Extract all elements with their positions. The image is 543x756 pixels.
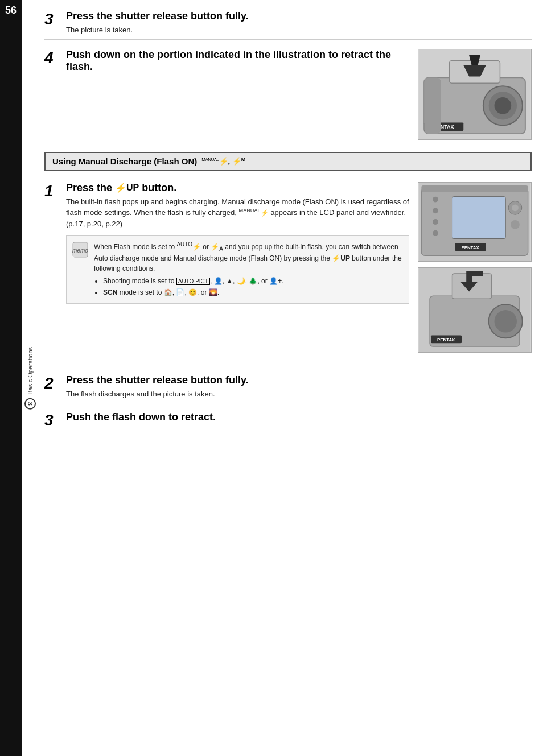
step-1-camera-back-image: PENTAX [418, 182, 532, 262]
page-number-tab: 56 [0, 0, 22, 756]
page-number: 56 [5, 5, 17, 16]
section-header-label: Using Manual Discharge (Flash ON) [52, 156, 197, 166]
step-3a-block: 3 Press the shutter release button fully… [44, 6, 532, 40]
memo-list-item-2: SCN mode is set to 🏠, 📄, 😊, or 🌄. [103, 287, 404, 298]
memo-icon-container: memo [71, 240, 89, 258]
svg-text:PENTAX: PENTAX [437, 337, 455, 342]
sidebar-label: 3 Basic Operations [24, 347, 36, 410]
svg-text:memo: memo [72, 247, 88, 254]
svg-rect-16 [452, 196, 506, 238]
step-1-dual-image-col: PENTAX [418, 182, 532, 353]
memo-list: Shooting mode is set to AUTO PICT, 👤, ▲,… [103, 276, 404, 298]
svg-point-22 [512, 204, 519, 211]
side-label-container: 3 Basic Operations [22, 0, 39, 756]
step-1-block: 1 Press the ⚡UP button. The built-in fla… [44, 176, 532, 356]
step-1-camera-flash-image: PENTAX [418, 267, 532, 353]
step-3a-heading: Press the shutter release button fully. [66, 10, 532, 22]
step-3a-number: 3 [44, 10, 66, 27]
svg-text:PENTAX: PENTAX [461, 245, 479, 250]
sidebar-text: Basic Operations [27, 347, 34, 395]
step-2-number: 2 [44, 374, 66, 391]
step-3b-block: 3 Push the flash down to retract. [44, 407, 532, 432]
step-3a-body: The picture is taken. [66, 24, 532, 36]
step-3b-heading: Push the flash down to retract. [66, 411, 532, 423]
step-1-content: Press the ⚡UP button. The built-in flash… [66, 182, 532, 353]
step-2-heading: Press the shutter release button fully. [66, 374, 532, 386]
memo-list-item-1: Shooting mode is set to AUTO PICT, 👤, ▲,… [103, 276, 404, 286]
step-2-body: The flash discharges and the picture is … [66, 389, 532, 400]
step-3a-content: Press the shutter release button fully. … [66, 10, 532, 36]
step-1-heading: Press the ⚡UP button. [66, 182, 409, 194]
step-4-camera-image: PENTAX [418, 49, 532, 140]
step-3b-content: Push the flash down to retract. [66, 411, 532, 425]
svg-point-17 [433, 196, 438, 202]
svg-point-32 [495, 310, 517, 332]
step-4-content: Push down on the portion indicated in th… [66, 49, 532, 140]
svg-point-23 [511, 220, 520, 229]
svg-point-8 [495, 97, 512, 114]
svg-point-19 [433, 219, 438, 225]
memo-text-content: When Flash mode is set to AUTO⚡ or ⚡A an… [94, 240, 404, 299]
step-2-content: Press the shutter release button fully. … [66, 374, 532, 400]
step-4-heading: Push down on the portion indicated in th… [66, 49, 409, 73]
step-4-number: 4 [44, 49, 66, 66]
memo-box: memo When Flash mode is set to AUTO⚡ or … [66, 235, 409, 304]
step-1-heading-prefix: Press the [66, 182, 112, 193]
step-4-text-col: Push down on the portion indicated in th… [66, 49, 409, 140]
step-3b-number: 3 [44, 411, 66, 428]
step-1-heading-suffix: button. [142, 182, 176, 193]
step-1-with-image: Press the ⚡UP button. The built-in flash… [66, 182, 532, 353]
svg-point-18 [433, 208, 438, 213]
sidebar-number-circle: 3 [24, 398, 36, 409]
svg-rect-26 [421, 185, 528, 192]
section-header: Using Manual Discharge (Flash ON) MANUAL… [44, 152, 532, 171]
step-1-up-button: ⚡UP [115, 183, 139, 193]
step-1-text-col: Press the ⚡UP button. The built-in flash… [66, 182, 409, 353]
main-content: 3 Press the shutter release button fully… [39, 0, 543, 756]
step-4-image-col: PENTAX [418, 49, 532, 140]
step-2-block: 2 Press the shutter release button fully… [44, 370, 532, 404]
divider-1 [44, 365, 532, 365]
step-1-body: The built-in flash pops up and begins ch… [66, 196, 409, 230]
step-4-with-image: Push down on the portion indicated in th… [66, 49, 532, 140]
svg-rect-11 [424, 77, 441, 134]
step-4-block: 4 Push down on the portion indicated in … [44, 43, 532, 146]
step-1-number: 1 [44, 182, 66, 199]
svg-point-20 [433, 230, 438, 236]
step-1-manual-icon: MANUAL⚡ [239, 209, 269, 216]
section-header-icons: MANUAL⚡, ⚡M [201, 156, 245, 166]
